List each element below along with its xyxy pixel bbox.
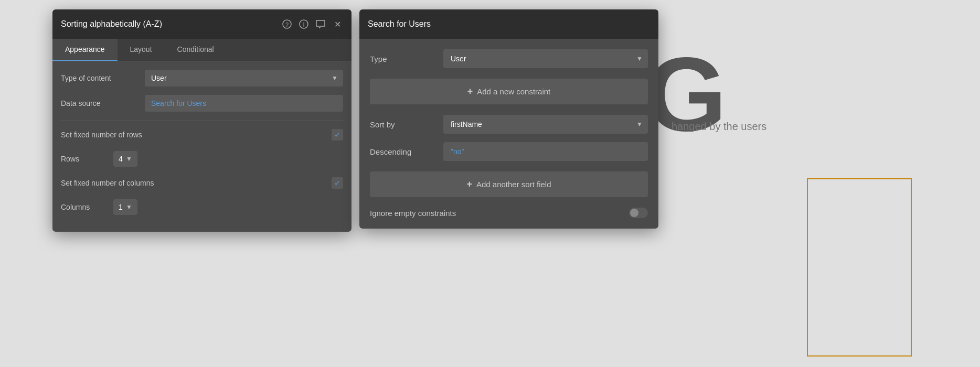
fixed-rows-row: Set fixed number of rows ✓ <box>61 127 343 143</box>
add-constraint-button[interactable]: + Add a new constraint <box>370 79 648 104</box>
fixed-cols-label: Set fixed number of columns <box>61 179 154 187</box>
fixed-cols-row: Set fixed number of columns ✓ <box>61 175 343 191</box>
close-icon[interactable]: ✕ <box>332 18 343 30</box>
info-icon[interactable]: i <box>298 18 310 30</box>
search-panel-body: Type User Thing ▼ + Add a new constraint… <box>359 39 658 229</box>
type-of-content-label: Type of content <box>61 74 145 82</box>
tab-conditional[interactable]: Conditional <box>165 39 227 61</box>
tab-appearance[interactable]: Appearance <box>52 39 118 61</box>
rows-row: Rows 4 1 2 3 5 ▼ <box>61 151 343 167</box>
type-field-label: Type <box>370 55 443 63</box>
ignore-empty-toggle[interactable] <box>629 208 648 218</box>
sort-by-select[interactable]: firstName lastName email createdDate <box>443 115 648 134</box>
sorting-panel-body: Type of content User Thing ▼ Data source… <box>52 61 351 232</box>
fixed-cols-checkbox[interactable]: ✓ <box>332 177 343 189</box>
tab-layout[interactable]: Layout <box>118 39 165 61</box>
question-icon[interactable]: ? <box>281 18 293 30</box>
type-of-content-row: Type of content User Thing ▼ <box>61 70 343 87</box>
type-select-wrapper: User Thing ▼ <box>443 49 648 68</box>
columns-select-wrapper: 1 2 3 ▼ <box>113 199 137 215</box>
columns-select[interactable]: 1 2 3 <box>113 199 137 215</box>
fixed-rows-label: Set fixed number of rows <box>61 131 142 139</box>
sort-by-label: Sort by <box>370 120 443 129</box>
type-row: Type User Thing ▼ <box>370 49 648 68</box>
sorting-panel: Sorting alphabetically (A-Z) ? i ✕ <box>52 9 351 232</box>
rows-select[interactable]: 4 1 2 3 5 <box>113 151 137 167</box>
columns-label: Columns <box>61 203 113 211</box>
sorting-panel-tabs: Appearance Layout Conditional <box>52 39 351 61</box>
search-panel-header: Search for Users <box>359 9 658 39</box>
sort-by-row: Sort by firstName lastName email created… <box>370 115 648 134</box>
svg-text:?: ? <box>285 21 289 28</box>
descending-value: "no" <box>443 142 648 161</box>
sort-by-select-wrapper: firstName lastName email createdDate ▼ <box>443 115 648 134</box>
add-constraint-plus-icon: + <box>467 86 473 97</box>
add-constraint-label: Add a new constraint <box>477 87 550 96</box>
type-select[interactable]: User Thing <box>443 49 648 68</box>
type-of-content-select[interactable]: User Thing <box>145 70 343 87</box>
rows-label: Rows <box>61 155 113 163</box>
ignore-empty-row: Ignore empty constraints <box>370 208 648 218</box>
data-source-label: Data source <box>61 99 145 107</box>
ignore-empty-label: Ignore empty constraints <box>370 209 456 218</box>
sorting-panel-title: Sorting alphabetically (A-Z) <box>61 19 162 29</box>
separator-1 <box>61 120 343 121</box>
add-sort-plus-icon: + <box>466 179 472 190</box>
canvas-element-border <box>807 178 912 357</box>
add-sort-label: Add another sort field <box>476 180 551 189</box>
sorting-panel-header: Sorting alphabetically (A-Z) ? i ✕ <box>52 9 351 39</box>
comment-icon[interactable] <box>315 18 326 30</box>
search-panel-title: Search for Users <box>368 19 431 29</box>
descending-row: Descending "no" <box>370 142 648 161</box>
type-of-content-select-wrapper: User Thing ▼ <box>145 70 343 87</box>
sorting-panel-header-icons: ? i ✕ <box>281 18 343 30</box>
columns-row: Columns 1 2 3 ▼ <box>61 199 343 215</box>
data-source-link[interactable]: Search for Users <box>145 95 343 112</box>
bg-text: hanged by the users <box>672 121 766 133</box>
add-sort-button[interactable]: + Add another sort field <box>370 171 648 197</box>
data-source-row: Data source Search for Users <box>61 95 343 112</box>
rows-select-wrapper: 4 1 2 3 5 ▼ <box>113 151 137 167</box>
descending-label: Descending <box>370 147 443 156</box>
svg-text:i: i <box>303 21 305 28</box>
search-panel: Search for Users Type User Thing ▼ + Add… <box>359 9 658 229</box>
fixed-rows-checkbox[interactable]: ✓ <box>332 129 343 141</box>
